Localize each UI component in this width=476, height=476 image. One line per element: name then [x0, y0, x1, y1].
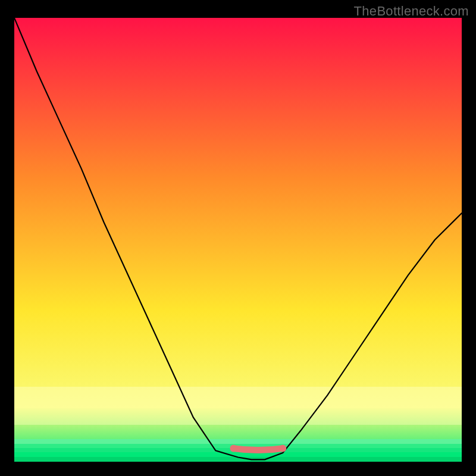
band-pale-2 [14, 408, 462, 425]
watermark-text: TheBottleneck.com [354, 4, 469, 19]
band-pale-1 [14, 387, 462, 408]
highlight-endpoint-right [279, 445, 286, 452]
chart-svg [14, 18, 462, 462]
band-green-1 [14, 439, 462, 444]
chart-plot-area [14, 18, 462, 462]
chart-frame: TheBottleneck.com [0, 0, 476, 476]
curve-flat-highlight [234, 449, 283, 450]
highlight-endpoint-left [230, 445, 237, 452]
band-green-4 [14, 452, 462, 457]
